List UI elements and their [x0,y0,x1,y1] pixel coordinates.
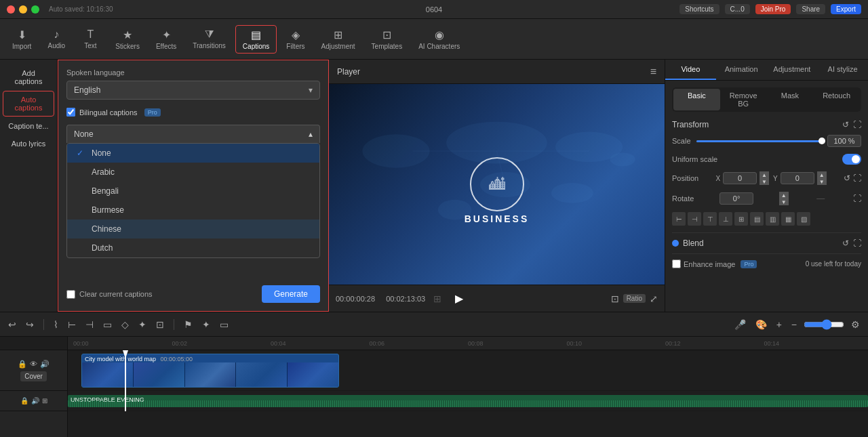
close-button[interactable] [7,5,15,14]
color-button[interactable]: 🎨 [753,318,770,331]
delete-button[interactable]: ▭ [100,318,115,331]
align-center-h[interactable]: ⊣ [688,212,701,226]
tool-effects[interactable]: ✦ Effects [149,26,183,53]
settings-button[interactable]: ⚙ [848,318,863,331]
tool-ai-characters[interactable]: ◉ AI Characters [412,26,467,53]
tool-transitions[interactable]: ⧩ Transitions [186,26,233,52]
ratio-badge[interactable]: Ratio [623,294,646,303]
player-menu-icon[interactable]: ≡ [650,66,656,78]
zoom-slider[interactable] [804,319,844,330]
language-option-burmese[interactable]: Burmese [67,201,319,220]
fullscreen-icon[interactable]: ⊡ [611,293,619,304]
zoom-in-button[interactable]: + [774,318,785,331]
blend-expand-icon[interactable]: ⛶ [853,238,861,248]
align-tl[interactable]: ▥ [766,212,779,226]
maximize-button[interactable] [31,5,39,14]
audio-track-button[interactable]: 🎤 [732,318,749,331]
audio-mute-icon[interactable]: 🔊 [31,397,39,404]
export-button[interactable]: Export [831,4,861,14]
pos-y-down[interactable]: ▼ [817,178,827,185]
play-button[interactable]: ▶ [450,292,469,305]
undo-button[interactable]: ↩ [5,318,19,331]
language-option-chinese[interactable]: Chinese [67,220,319,238]
language-dropdown[interactable]: English ▾ [66,81,320,100]
transform-button[interactable]: ⊡ [153,318,167,331]
rotate-reset-icon[interactable]: ⛶ [853,194,861,203]
rotate-down[interactable]: ▼ [779,199,789,205]
language-option-dutch[interactable]: Dutch [67,238,319,257]
audio-lock-icon[interactable]: 🔒 [20,397,28,404]
auto-lyrics-button[interactable]: Auto lyrics [3,136,54,152]
user-button[interactable]: C...0 [725,4,750,14]
tool-templates[interactable]: ⊡ Templates [365,26,410,53]
tool-stickers[interactable]: ★ Stickers [108,26,146,53]
bilingual-language-dropdown[interactable]: None ▴ [66,125,320,143]
sub-tab-basic[interactable]: Basic [673,89,720,110]
tab-adjustment[interactable]: Adjustment [767,60,818,80]
flag-button[interactable]: ⚑ [181,318,195,331]
pos-x-down[interactable]: ▼ [760,178,769,185]
pos-y-up[interactable]: ▲ [817,171,827,178]
audio-extra-icon[interactable]: ⊞ [42,397,47,404]
uniform-scale-toggle[interactable] [842,154,861,165]
scale-input[interactable]: 100 % [827,135,861,147]
scale-slider[interactable] [696,140,822,142]
tool-adjustment[interactable]: ⊞ Adjustment [315,26,362,53]
reset-icon[interactable]: ↺ [842,120,849,129]
tool-filters[interactable]: ◈ Filters [279,26,311,53]
tool-import[interactable]: ⬇ Import [5,26,38,53]
video-clip[interactable]: City model with world map 00:00:05:00 [81,354,339,388]
sub-tab-retouch[interactable]: Retouch [813,89,860,110]
cover-button[interactable]: Cover [20,371,47,381]
bilingual-checkbox[interactable] [66,108,75,117]
align-left[interactable]: ⊢ [672,212,686,226]
share-button[interactable]: Share [796,4,825,14]
star-button[interactable]: ✦ [199,318,213,331]
zoom-out-button[interactable]: − [789,318,800,331]
video-lock-icon[interactable]: 🔒 [18,360,27,369]
language-option-none[interactable]: ✓ None [67,144,319,163]
tool-captions[interactable]: ▤ Captions [235,25,277,54]
language-option-bengali[interactable]: Bengali [67,182,319,201]
tab-video[interactable]: Video [665,60,716,80]
expand-icon[interactable]: ⤢ [650,293,658,304]
sub-tab-mask[interactable]: Mask [767,89,814,110]
pos-reset-icon[interactable]: ↺ [844,173,850,183]
align-center-v[interactable]: ⊞ [734,212,748,226]
align-top[interactable]: ⊥ [719,212,732,226]
trim-right-button[interactable]: ⊣ [83,318,96,331]
shortcuts-button[interactable]: Shortcuts [679,4,719,14]
generate-button[interactable]: Generate [262,285,320,303]
frame-button[interactable]: ▭ [217,318,231,331]
caption-template-button[interactable]: Caption te... [3,118,54,134]
trim-left-button[interactable]: ⊢ [65,318,79,331]
freeze-button[interactable]: ✦ [136,318,149,331]
sub-tab-remove-bg[interactable]: Remove BG [720,89,767,110]
add-captions-button[interactable]: Add captions [3,65,54,89]
align-bottom[interactable]: ▤ [750,212,764,226]
auto-captions-button[interactable]: Auto captions [3,91,54,117]
video-mute-icon[interactable]: 🔊 [40,360,50,369]
pos-expand-icon[interactable]: ⛶ [853,173,861,183]
pos-y-input[interactable]: 0 [781,172,814,184]
rotate-up[interactable]: ▲ [779,192,789,199]
align-bl[interactable]: ▧ [797,212,810,226]
video-visibility-icon[interactable]: 👁 [30,360,37,369]
rotate-input[interactable]: 0° [719,192,753,205]
split-button[interactable]: ⌇ [51,318,61,331]
tab-ai-stylize[interactable]: AI stylize [817,60,868,80]
audio-clip[interactable]: UNSTOPPABLE EVENING [68,395,868,407]
join-pro-button[interactable]: Join Pro [755,4,791,14]
tab-animation[interactable]: Animation [716,60,767,80]
tool-text[interactable]: T Text [75,26,106,52]
pos-x-input[interactable]: 0 [723,172,757,184]
align-tr[interactable]: ▦ [781,212,795,226]
pos-x-up[interactable]: ▲ [760,171,769,178]
crop-button[interactable]: ◇ [119,318,132,331]
tool-audio[interactable]: ♪ Audio [41,26,72,52]
expand-transform-icon[interactable]: ⛶ [853,120,861,129]
redo-button[interactable]: ↪ [23,318,37,331]
language-option-arabic[interactable]: Arabic [67,163,319,182]
clear-checkbox[interactable] [66,290,75,299]
align-right[interactable]: ⊤ [703,212,717,226]
